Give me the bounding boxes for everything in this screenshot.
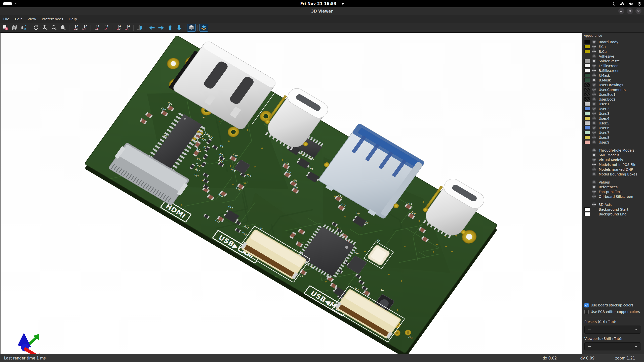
text-row-references[interactable]: References [581, 185, 644, 189]
visibility-off-eye-icon[interactable] [592, 167, 596, 172]
layer-row-b-silkscreen[interactable]: B.Silkscreen [581, 68, 644, 73]
visibility-off-eye-icon[interactable] [592, 140, 596, 145]
visibility-eye-icon[interactable] [592, 63, 596, 68]
visibility-eye-icon[interactable] [592, 153, 596, 157]
layer-color-swatch[interactable] [584, 207, 590, 211]
wired-network-icon[interactable] [620, 2, 624, 6]
visibility-off-eye-icon[interactable] [592, 87, 596, 92]
ortho-projection-icon[interactable] [187, 24, 196, 32]
layer-color-swatch[interactable] [584, 59, 590, 63]
visibility-off-eye-icon[interactable] [592, 102, 596, 106]
use-board-stackup-colors-row[interactable]: Use board stackup colors [584, 302, 641, 308]
layer-row-user-5[interactable]: User.5 [581, 121, 644, 125]
zoom-fit-icon[interactable] [59, 24, 67, 32]
visibility-eye-icon[interactable] [592, 162, 596, 167]
reload-board-icon[interactable] [32, 24, 40, 32]
visibility-eye-icon[interactable] [592, 59, 596, 63]
visibility-eye-icon[interactable] [592, 207, 596, 212]
layer-row-solder-paste[interactable]: Solder Paste [581, 59, 644, 63]
layer-color-swatch[interactable] [584, 97, 590, 101]
visibility-off-eye-icon[interactable] [592, 130, 596, 135]
clock-area[interactable]: Fri Nov 21 16:53 [0, 0, 644, 7]
visibility-off-eye-icon[interactable] [592, 106, 596, 111]
zoom-out-icon[interactable] [50, 24, 58, 32]
layer-row-adhesive[interactable]: Adhesive [581, 54, 644, 59]
visibility-off-eye-icon[interactable] [592, 111, 596, 116]
model-row-model-bounding-boxes[interactable]: Model Bounding Boxes [581, 172, 644, 176]
visibility-off-eye-icon[interactable] [592, 121, 596, 125]
model-row-models-marked-dnp[interactable]: Models marked DNP [581, 167, 644, 172]
viewports-dropdown[interactable]: --- [584, 342, 641, 350]
visibility-eye-icon[interactable] [592, 49, 596, 54]
accessibility-icon[interactable] [612, 2, 616, 6]
misc-row-background-end[interactable]: Background End [581, 212, 644, 216]
export-view-icon[interactable] [1, 24, 10, 32]
maximize-button[interactable] [627, 8, 633, 14]
visibility-off-eye-icon[interactable] [592, 125, 596, 130]
zoom-in-icon[interactable] [41, 24, 49, 32]
model-row-models-not-in-pos-file[interactable]: Models not in POS File [581, 162, 644, 167]
rotate-y-cw-icon[interactable]: Y [93, 24, 101, 32]
layer-row-board-body[interactable]: Board Body [581, 39, 644, 44]
layer-color-swatch[interactable] [584, 78, 590, 82]
raytrace-render-icon[interactable] [19, 24, 28, 32]
visibility-off-eye-icon[interactable] [592, 172, 596, 176]
menu-help[interactable]: Help [66, 15, 80, 23]
rotate-y-ccw-icon[interactable]: Y [102, 24, 110, 32]
text-row-off-board-silkscreen[interactable]: Off-board Silkscreen [581, 194, 644, 199]
visibility-off-eye-icon[interactable] [592, 180, 596, 185]
rotate-z-ccw-icon[interactable]: Z [123, 24, 132, 32]
layer-color-swatch[interactable] [584, 50, 590, 53]
visibility-eye-icon[interactable] [592, 202, 596, 207]
layer-color-swatch[interactable] [584, 126, 590, 130]
layer-row-user-comments[interactable]: User.Comments [581, 87, 644, 92]
visibility-eye-icon[interactable] [592, 44, 596, 49]
visibility-off-eye-icon[interactable] [592, 82, 596, 87]
visibility-off-eye-icon[interactable] [592, 116, 596, 121]
volume-icon[interactable] [629, 2, 633, 6]
3d-viewport[interactable]: HDMIUSB▶CAMUSB◀MBC33C38U11R27R29R30R28D1… [0, 33, 581, 354]
visibility-eye-icon[interactable] [592, 189, 596, 194]
layer-row-user-9[interactable]: User.9 [581, 140, 644, 145]
layer-row-user-2[interactable]: User.2 [581, 106, 644, 111]
visibility-eye-icon[interactable] [592, 212, 596, 216]
visibility-off-eye-icon[interactable] [592, 54, 596, 59]
visibility-eye-icon[interactable] [592, 39, 596, 44]
power-icon[interactable] [637, 2, 641, 6]
text-row-values[interactable]: Values [581, 180, 644, 185]
menu-edit[interactable]: Edit [12, 15, 25, 23]
board-stackup-icon[interactable] [199, 24, 208, 32]
layer-row-b-cu[interactable]: B.Cu [581, 49, 644, 54]
model-row-smd-models[interactable]: SMD Models [581, 153, 644, 157]
rotate-x-cw-icon[interactable]: X [71, 24, 80, 32]
layer-row-f-mask[interactable]: F.Mask [581, 73, 644, 78]
stackup-colors-checkbox[interactable] [584, 303, 589, 307]
use-pcb-editor-copper-colors-row[interactable]: Use PCB editor copper colors [584, 308, 641, 315]
visibility-off-eye-icon[interactable] [592, 135, 596, 140]
layer-color-swatch[interactable] [584, 112, 590, 115]
visibility-eye-icon[interactable] [592, 73, 596, 78]
visibility-eye-icon[interactable] [592, 148, 596, 153]
layer-color-swatch[interactable] [584, 88, 590, 92]
layer-color-swatch[interactable] [584, 135, 590, 139]
layer-row-f-silkscreen[interactable]: F.Silkscreen [581, 63, 644, 68]
layer-row-b-mask[interactable]: B.Mask [581, 78, 644, 82]
minimize-button[interactable] [618, 8, 624, 14]
layer-row-user-4[interactable]: User.4 [581, 116, 644, 121]
visibility-eye-icon[interactable] [592, 68, 596, 73]
move-up-icon[interactable] [166, 24, 174, 32]
rotate-x-ccw-icon[interactable]: X [80, 24, 89, 32]
clock[interactable]: Fri Nov 21 16:53 [300, 2, 337, 6]
copper-colors-checkbox[interactable] [584, 310, 589, 314]
presets-dropdown[interactable]: --- [584, 326, 641, 334]
layer-color-swatch[interactable] [584, 64, 590, 68]
visibility-eye-icon[interactable] [592, 78, 596, 82]
layer-row-user-6[interactable]: User.6 [581, 125, 644, 130]
visibility-off-eye-icon[interactable] [592, 194, 596, 199]
rotate-z-cw-icon[interactable]: Z [114, 24, 123, 32]
copy-image-icon[interactable] [10, 24, 19, 32]
visibility-eye-icon[interactable] [592, 185, 596, 189]
layer-color-swatch[interactable] [584, 107, 590, 111]
layer-row-user-drawings[interactable]: User.Drawings [581, 82, 644, 87]
window-titlebar[interactable]: 3D Viewer [0, 7, 644, 15]
